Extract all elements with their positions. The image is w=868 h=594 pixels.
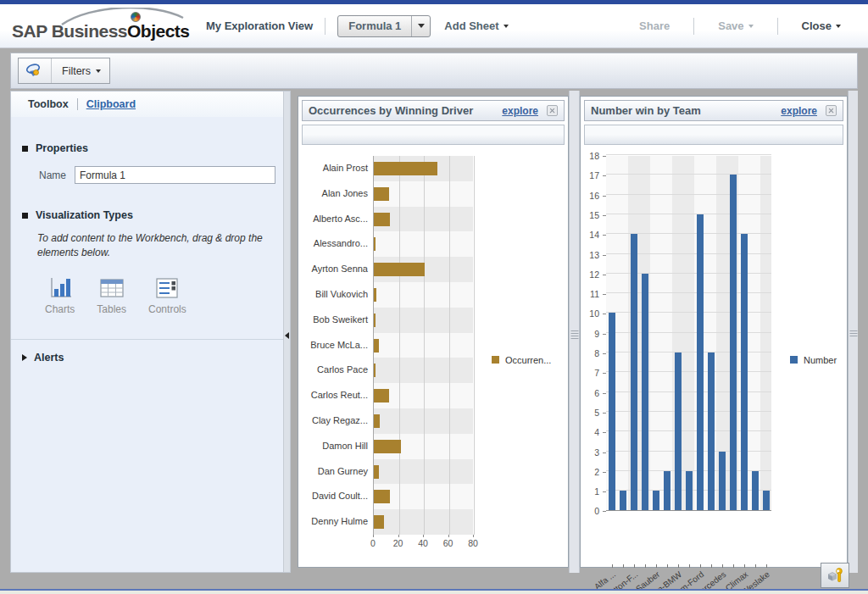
- workbench-hint-text: To add content to the Workbench, drag & …: [37, 231, 276, 261]
- explore-link[interactable]: explore: [502, 105, 538, 117]
- section-bullet-icon: [22, 146, 28, 152]
- category-label: Carlos Reut...: [302, 383, 373, 408]
- header-separator: [777, 18, 778, 35]
- right-panel-handle[interactable]: [848, 91, 858, 573]
- axis-tick: [722, 564, 723, 568]
- chart-x-axis: 020406080: [373, 535, 473, 550]
- chart-plot-area: [373, 156, 473, 535]
- gridline: [474, 156, 475, 535]
- explore-link[interactable]: explore: [781, 105, 817, 117]
- chart-legend: Occurren...: [473, 156, 565, 563]
- panel-number-win-by-team: Number win by Team explore 0123456789101…: [580, 96, 848, 568]
- bar[interactable]: [374, 490, 390, 503]
- axis-tick-label: 20: [393, 538, 403, 548]
- panel-occurrences-by-winning-driver: Occurrences by Winning Driver explore Al…: [298, 96, 569, 568]
- bar[interactable]: [374, 515, 384, 529]
- logo-text-sap-business: SAP Business: [12, 21, 127, 41]
- collapse-arrow-icon: [285, 332, 289, 339]
- bar[interactable]: [686, 471, 693, 511]
- chevron-down-icon: [96, 69, 101, 73]
- bar[interactable]: [675, 353, 682, 510]
- bar[interactable]: [653, 491, 659, 510]
- axis-tick: [448, 535, 449, 537]
- bar[interactable]: [708, 353, 715, 510]
- bar[interactable]: [374, 414, 380, 428]
- bar[interactable]: [374, 263, 425, 276]
- logo-text-objects: Objects: [127, 21, 190, 41]
- axis-tick: [612, 564, 613, 568]
- axis-tick-label: 13: [589, 250, 599, 260]
- bar[interactable]: [374, 288, 376, 302]
- bar[interactable]: [719, 452, 726, 511]
- axis-tick: [373, 535, 374, 537]
- tab-clipboard[interactable]: Clipboard: [86, 98, 136, 110]
- bar[interactable]: [620, 491, 626, 510]
- workbench-tools-button[interactable]: [821, 563, 849, 588]
- panel-toolbar: [584, 125, 843, 145]
- bar[interactable]: [374, 389, 389, 402]
- category-label: Alessandro...: [302, 231, 373, 257]
- panel-close-button[interactable]: [547, 105, 558, 116]
- bar[interactable]: [374, 339, 379, 353]
- tab-toolbox[interactable]: Toolbox: [28, 98, 69, 110]
- bar[interactable]: [730, 175, 737, 510]
- viz-item-label: Controls: [148, 303, 186, 315]
- bar[interactable]: [664, 471, 670, 511]
- panel-close-button[interactable]: [826, 105, 837, 116]
- category-label: Bill Vukovich: [302, 282, 373, 308]
- axis-tick: [473, 535, 474, 537]
- bar[interactable]: [631, 234, 637, 510]
- axis-tick-label: 0: [594, 506, 599, 516]
- axis-tick: [744, 564, 745, 568]
- panel-splitter[interactable]: [569, 91, 580, 573]
- axis-tick-label: 1: [594, 486, 599, 497]
- category-label: Damon Hill: [302, 434, 373, 459]
- share-button[interactable]: Share: [639, 19, 670, 32]
- alerts-section-header[interactable]: Alerts: [11, 352, 290, 364]
- add-sheet-button[interactable]: Add Sheet: [444, 19, 508, 32]
- bar[interactable]: [374, 213, 390, 226]
- axis-tick-label: 14: [589, 230, 599, 240]
- viz-item-charts[interactable]: Charts: [45, 276, 75, 315]
- axis-tick-label: 40: [418, 538, 428, 548]
- name-input[interactable]: [75, 166, 275, 184]
- bar[interactable]: [374, 314, 376, 327]
- chevron-down-icon: [504, 25, 509, 28]
- viz-item-label: Charts: [45, 303, 75, 315]
- bar[interactable]: [374, 237, 376, 251]
- bar[interactable]: [374, 187, 389, 201]
- axis-tick: [733, 564, 734, 568]
- category-label: Denny Hulme: [302, 509, 373, 535]
- viz-item-tables[interactable]: Tables: [97, 276, 126, 315]
- bar[interactable]: [697, 214, 704, 511]
- bar[interactable]: [642, 274, 648, 511]
- filters-label: Filters: [62, 65, 91, 77]
- bar[interactable]: [763, 491, 770, 510]
- bar[interactable]: [752, 471, 759, 511]
- bar[interactable]: [374, 440, 401, 453]
- axis-tick-label: 0: [370, 538, 376, 548]
- legend-swatch: [492, 356, 499, 364]
- axis-tick-label: 60: [443, 538, 453, 548]
- bar[interactable]: [374, 364, 376, 377]
- gridline: [606, 174, 771, 175]
- bar[interactable]: [609, 313, 615, 510]
- close-button[interactable]: Close: [802, 19, 841, 32]
- axis-tick: [667, 564, 668, 568]
- sheet-selector-button[interactable]: Formula 1: [337, 15, 431, 37]
- filters-tab[interactable]: Filters: [18, 58, 110, 84]
- bar[interactable]: [374, 465, 379, 479]
- section-bullet-icon: [22, 213, 28, 219]
- chevron-down-icon: [748, 25, 754, 28]
- header-separator: [325, 18, 326, 35]
- chart-legend: Number: [771, 156, 843, 563]
- axis-tick: [766, 564, 767, 568]
- bar[interactable]: [741, 234, 748, 510]
- viz-item-controls[interactable]: Controls: [148, 276, 186, 315]
- sidebar-collapse-handle[interactable]: [283, 92, 290, 572]
- axis-tick-label: 17: [589, 170, 599, 180]
- axis-tick: [700, 564, 701, 568]
- save-button[interactable]: Save: [718, 19, 753, 32]
- sheet-selector-dropdown[interactable]: [411, 16, 430, 36]
- bar[interactable]: [374, 162, 437, 175]
